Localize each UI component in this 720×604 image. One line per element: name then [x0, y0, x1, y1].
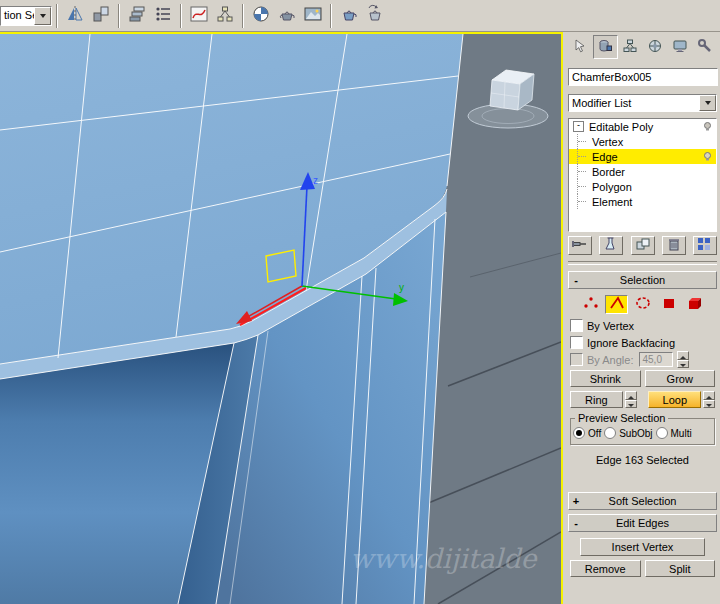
scene-explorer-button[interactable] [150, 3, 176, 29]
spinner-up-icon[interactable] [703, 391, 715, 400]
ignore-backfacing-checkbox[interactable] [570, 336, 583, 349]
make-unique-button[interactable] [631, 236, 655, 255]
stack-item-editable-poly[interactable]: - Editable Poly [569, 119, 716, 134]
ring-spinner[interactable] [625, 391, 637, 408]
insert-vertex-button[interactable]: Insert Vertex [580, 538, 705, 556]
by-angle-checkbox[interactable] [570, 353, 583, 366]
modify-icon [597, 38, 613, 57]
stack-subitem-border[interactable]: Border [569, 164, 716, 179]
spinner-down-icon[interactable] [677, 360, 689, 369]
tab-motion[interactable] [642, 35, 667, 59]
tab-utilities[interactable] [692, 35, 717, 59]
spinner-up-icon[interactable] [677, 351, 689, 360]
stack-subitem-element[interactable]: Element [569, 194, 716, 209]
layer-manager-button[interactable] [124, 3, 150, 29]
stack-subitem-edge[interactable]: Edge [569, 149, 716, 164]
radio-multi[interactable] [656, 427, 668, 439]
viewport-canvas: z y www.dijitalde [0, 34, 561, 604]
shrink-grow-row: Shrink Grow [570, 370, 715, 387]
tree-collapse-toggle[interactable]: - [573, 121, 584, 132]
spinner-down-icon[interactable] [625, 400, 637, 409]
loop-button[interactable]: Loop [648, 391, 701, 408]
material-editor-button[interactable] [248, 3, 274, 29]
remove-modifier-button[interactable] [662, 236, 686, 255]
expand-icon: + [569, 495, 583, 507]
selection-status-text: Edge 163 Selected [568, 454, 717, 466]
object-name-field[interactable] [568, 68, 718, 86]
stack-row-icon [702, 121, 713, 134]
stack-subitem-vertex[interactable]: Vertex [569, 134, 716, 149]
rollout-edit-edges[interactable]: - Edit Edges [568, 514, 717, 532]
rendered-frame-window-icon [303, 4, 323, 27]
chamfer-box-object[interactable] [0, 34, 463, 604]
loop-spinner[interactable] [703, 391, 715, 408]
configure-modifier-sets-button[interactable] [693, 236, 717, 255]
modifier-list-dropdown[interactable]: Modifier List [568, 94, 717, 112]
mirror-button[interactable] [62, 3, 88, 29]
tab-create[interactable] [568, 35, 593, 59]
radio-subobj[interactable] [604, 427, 616, 439]
spinner-down-icon[interactable] [703, 400, 715, 409]
command-panel-tabs [568, 34, 717, 60]
command-panel: Modifier List - Editable Poly Vertex Edg… [565, 32, 720, 604]
tab-hierarchy[interactable] [618, 35, 643, 59]
axis-label-z: z [313, 175, 318, 186]
edge-subobject-button[interactable] [605, 295, 628, 314]
collapse-icon: - [569, 517, 583, 529]
tab-display[interactable] [667, 35, 692, 59]
pin-stack-button[interactable] [568, 236, 592, 255]
display-icon [672, 38, 688, 57]
border-icon [633, 295, 653, 314]
render-setup-button[interactable] [274, 3, 300, 29]
by-vertex-row: By Vertex [570, 319, 715, 332]
main-toolbar: tion Se [0, 0, 720, 32]
panel-divider [568, 261, 717, 265]
schematic-view-button[interactable] [212, 3, 238, 29]
align-button[interactable] [88, 3, 114, 29]
named-selection-sets-value: tion Se [1, 7, 34, 25]
perspective-viewport[interactable]: z y www.dijitalde [0, 32, 563, 604]
grow-button[interactable]: Grow [645, 370, 716, 387]
curve-editor-button[interactable] [186, 3, 212, 29]
show-end-result-button[interactable] [599, 236, 623, 255]
shrink-button[interactable]: Shrink [570, 370, 641, 387]
polygon-subobject-button[interactable] [657, 295, 680, 314]
rendered-frame-window-button[interactable] [300, 3, 326, 29]
utilities-icon [697, 38, 713, 57]
radio-off[interactable] [573, 427, 585, 439]
element-icon [685, 295, 705, 314]
collapse-icon: - [569, 274, 583, 286]
remove-button[interactable]: Remove [570, 560, 641, 577]
by-angle-spinner[interactable] [677, 351, 689, 368]
tab-modify[interactable] [593, 35, 618, 59]
toolbar-separator [242, 4, 244, 28]
align-icon [91, 4, 111, 27]
border-subobject-button[interactable] [631, 295, 654, 314]
chevron-down-icon[interactable] [34, 7, 51, 25]
chevron-down-icon[interactable] [699, 95, 716, 111]
render-production-button[interactable] [336, 3, 362, 29]
split-button[interactable]: Split [645, 560, 716, 577]
toolbar-separator [56, 4, 58, 28]
make-unique-icon [634, 236, 652, 255]
mirror-icon [65, 4, 85, 27]
motion-icon [647, 38, 663, 57]
by-vertex-checkbox[interactable] [570, 319, 583, 332]
spinner-up-icon[interactable] [625, 391, 637, 400]
named-selection-sets-combo[interactable]: tion Se [0, 6, 52, 26]
ring-button[interactable]: Ring [570, 391, 623, 408]
rollout-soft-selection[interactable]: + Soft Selection [568, 492, 717, 510]
render-production-icon [339, 4, 359, 27]
configure-sets-icon [696, 236, 714, 255]
subobject-level-buttons [568, 295, 717, 315]
by-angle-value-field[interactable]: 45,0 [639, 352, 673, 367]
vertex-subobject-button[interactable] [579, 295, 602, 314]
rollout-selection[interactable]: - Selection [568, 271, 717, 289]
modifier-stack: - Editable Poly Vertex Edge Border Polyg… [568, 118, 717, 232]
preview-selection-title: Preview Selection [575, 412, 668, 424]
toolbar-separator [118, 4, 120, 28]
stack-subitem-polygon[interactable]: Polygon [569, 179, 716, 194]
show-end-result-icon [602, 236, 620, 255]
element-subobject-button[interactable] [683, 295, 706, 314]
render-iterative-button[interactable] [362, 3, 388, 29]
